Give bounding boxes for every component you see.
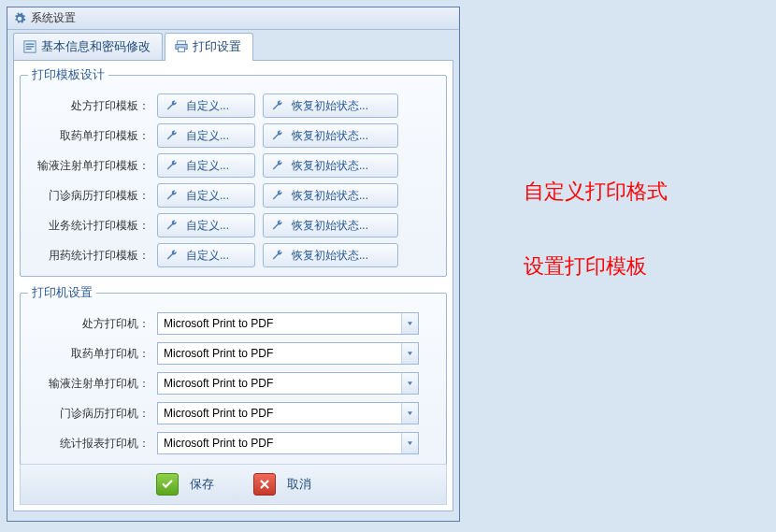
reset-button[interactable]: 恢复初始状态... <box>263 183 398 208</box>
customize-button[interactable]: 自定义... <box>157 183 255 208</box>
printer-combo[interactable] <box>157 312 419 335</box>
printer-combo[interactable] <box>157 372 419 395</box>
template-row: 用药统计打印模板：自定义...恢复初始状态... <box>28 240 438 270</box>
chevron-down-icon <box>408 381 412 386</box>
customize-button[interactable]: 自定义... <box>157 93 255 118</box>
dropdown-button[interactable] <box>401 313 418 334</box>
printer-combo[interactable] <box>157 342 419 365</box>
reset-button[interactable]: 恢复初始状态... <box>263 93 398 118</box>
customize-button[interactable]: 自定义... <box>157 213 255 237</box>
customize-label: 自定义... <box>186 188 229 204</box>
dropdown-button[interactable] <box>401 403 418 424</box>
printer-label: 取药单打印机： <box>28 346 150 362</box>
wrench-icon <box>165 219 179 232</box>
form-icon <box>23 40 36 53</box>
titlebar[interactable]: 系统设置 <box>7 7 459 30</box>
printer-input[interactable] <box>158 433 401 453</box>
svg-rect-6 <box>179 48 185 51</box>
printer-combo[interactable] <box>157 402 419 424</box>
reset-button[interactable]: 恢复初始状态... <box>263 243 398 267</box>
chevron-down-icon <box>408 321 412 326</box>
wrench-icon <box>271 99 284 112</box>
wrench-icon <box>271 249 284 262</box>
reset-label: 恢复初始状态... <box>292 188 368 204</box>
template-row: 取药单打印模板：自定义...恢复初始状态... <box>28 121 438 151</box>
tab-bar: 基本信息和密码修改 打印设置 <box>7 30 459 60</box>
customize-button[interactable]: 自定义... <box>157 153 255 178</box>
printer-row: 输液注射单打印机： <box>28 368 438 398</box>
svg-rect-1 <box>26 44 35 45</box>
wrench-icon <box>271 129 284 142</box>
reset-button[interactable]: 恢复初始状态... <box>263 123 398 148</box>
dropdown-button[interactable] <box>401 373 418 394</box>
customize-label: 自定义... <box>186 218 229 234</box>
reset-label: 恢复初始状态... <box>292 158 368 174</box>
wrench-icon <box>165 189 179 202</box>
settings-window: 系统设置 基本信息和密码修改 打印设置 打印模板设计 处方打印模板：自定义...… <box>7 7 460 522</box>
template-row: 输液注射单打印模板：自定义...恢复初始状态... <box>28 151 438 180</box>
template-design-group: 打印模板设计 处方打印模板：自定义...恢复初始状态...取药单打印模板：自定义… <box>20 66 447 277</box>
wrench-icon <box>165 99 179 112</box>
annotation-set-template: 设置打印模板 <box>524 252 647 280</box>
printer-label: 处方打印机： <box>28 316 150 332</box>
tab-basic-label: 基本信息和密码修改 <box>41 38 151 55</box>
chevron-down-icon <box>408 351 412 356</box>
reset-label: 恢复初始状态... <box>292 128 368 144</box>
content-panel: 打印模板设计 处方打印模板：自定义...恢复初始状态...取药单打印模板：自定义… <box>13 60 453 511</box>
template-label: 输液注射单打印模板： <box>28 158 150 174</box>
template-label: 取药单打印模板： <box>28 128 150 144</box>
annotation-custom-format: 自定义打印格式 <box>524 178 668 206</box>
printer-row: 处方打印机： <box>28 309 438 338</box>
printer-input[interactable] <box>158 403 401 424</box>
printer-input[interactable] <box>158 343 401 364</box>
printer-settings-group: 打印机设置 处方打印机：取药单打印机：输液注射单打印机：门诊病历打印机：统计报表… <box>20 284 447 465</box>
svg-rect-4 <box>178 41 186 45</box>
reset-button[interactable]: 恢复初始状态... <box>263 153 398 178</box>
svg-rect-3 <box>26 49 32 50</box>
svg-rect-2 <box>26 46 35 47</box>
template-row: 业务统计打印模板：自定义...恢复初始状态... <box>28 210 438 240</box>
wrench-icon <box>271 189 284 202</box>
printer-input[interactable] <box>158 373 401 394</box>
printer-input[interactable] <box>158 313 401 334</box>
wrench-icon <box>271 159 284 172</box>
printer-row: 门诊病历打印机： <box>28 398 438 428</box>
check-icon <box>156 473 179 496</box>
dropdown-button[interactable] <box>401 433 418 453</box>
tab-print-settings[interactable]: 打印设置 <box>165 33 253 61</box>
gear-icon <box>13 12 26 25</box>
chevron-down-icon <box>408 440 412 446</box>
customize-label: 自定义... <box>186 158 229 174</box>
printer-legend: 打印机设置 <box>28 284 96 301</box>
template-label: 门诊病历打印模板： <box>28 188 150 204</box>
reset-label: 恢复初始状态... <box>292 218 368 234</box>
customize-label: 自定义... <box>186 248 229 264</box>
reset-button[interactable]: 恢复初始状态... <box>263 213 398 237</box>
customize-label: 自定义... <box>186 128 229 144</box>
chevron-down-icon <box>408 410 412 416</box>
printer-row: 取药单打印机： <box>28 338 438 368</box>
cancel-label: 取消 <box>287 476 311 493</box>
window-title: 系统设置 <box>31 10 76 26</box>
template-label: 处方打印模板： <box>28 98 150 114</box>
tab-print-label: 打印设置 <box>193 38 241 55</box>
printer-label: 统计报表打印机： <box>28 436 150 452</box>
template-label: 业务统计打印模板： <box>28 218 150 234</box>
wrench-icon <box>165 129 179 142</box>
wrench-icon <box>165 249 179 262</box>
template-row: 门诊病历打印模板：自定义...恢复初始状态... <box>28 180 438 210</box>
wrench-icon <box>271 219 284 232</box>
footer-bar: 保存 取消 <box>20 464 447 505</box>
save-label: 保存 <box>190 476 214 493</box>
tab-basic-info[interactable]: 基本信息和密码修改 <box>13 33 163 61</box>
dropdown-button[interactable] <box>401 343 418 364</box>
customize-button[interactable]: 自定义... <box>157 123 255 148</box>
cancel-icon <box>253 473 276 496</box>
save-button[interactable]: 保存 <box>151 470 220 498</box>
customize-button[interactable]: 自定义... <box>157 243 255 267</box>
cancel-button[interactable]: 取消 <box>248 470 317 498</box>
reset-label: 恢复初始状态... <box>292 98 368 114</box>
printer-combo[interactable] <box>157 432 419 454</box>
printer-label: 门诊病历打印机： <box>28 406 150 422</box>
printer-row: 统计报表打印机： <box>28 428 438 458</box>
